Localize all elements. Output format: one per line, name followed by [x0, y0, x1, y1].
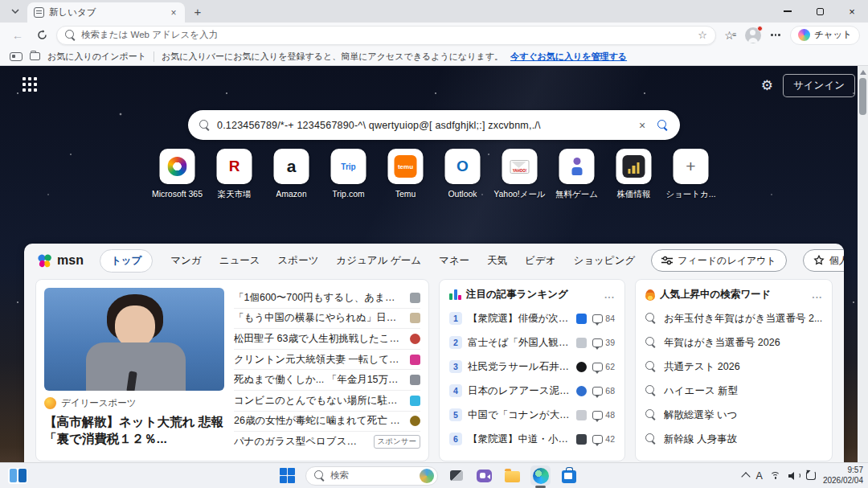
tab-video[interactable]: ビデオ	[525, 254, 555, 268]
source-favicon	[410, 375, 420, 385]
tab-sports[interactable]: スポーツ	[278, 254, 319, 268]
trending-item[interactable]: 解散総選挙 いつ	[645, 403, 822, 427]
headline-item[interactable]: 26歳の女性が毒蛇に噛まれて死亡 人...	[234, 412, 420, 433]
profile-avatar[interactable]	[745, 27, 761, 43]
minimize-button[interactable]	[772, 0, 804, 23]
tab-casual-games[interactable]: カジュアル ゲーム	[336, 254, 421, 268]
taskbar-search-box[interactable]: 検索	[305, 466, 438, 486]
trending-item[interactable]: 新幹線 人身事故	[645, 427, 822, 451]
bing-search-box[interactable]: 0.123456789/*-+ 1234567890-^\ qwertyuiop…	[188, 110, 680, 140]
ranking-title: 注目の記事ランキング	[466, 288, 568, 301]
headline-item[interactable]: クリントン元大統領夫妻 一転して議...	[234, 350, 420, 371]
headline-item[interactable]: 死ぬまで働くしか... 「年金月15万円...	[234, 370, 420, 391]
trending-item[interactable]: ハイエース 新型	[645, 379, 822, 403]
widgets-button[interactable]	[8, 468, 27, 484]
settings-menu-icon[interactable]	[766, 26, 785, 45]
refresh-button[interactable]	[32, 26, 51, 45]
windows-taskbar: 検索 A 9:57 2026/02/04	[0, 462, 868, 488]
clear-search-icon[interactable]: ×	[633, 119, 651, 132]
sidebar-icon[interactable]	[10, 52, 23, 61]
ranking-item[interactable]: 5中国で「コナンが大炎...48	[449, 403, 615, 427]
import-favorites-button[interactable]: お気に入りのインポート	[47, 51, 146, 63]
file-explorer-button[interactable]	[502, 465, 522, 486]
tab-close-icon[interactable]: ×	[167, 6, 180, 19]
store-button[interactable]	[559, 465, 579, 486]
story-headline[interactable]: 【高市解散】ネット大荒れ 悲報「裏で消費税１２％...	[44, 414, 224, 448]
scrollbar-thumb[interactable]	[859, 78, 866, 115]
close-button[interactable]: ×	[836, 0, 868, 23]
source-favicon	[410, 293, 420, 303]
more-menu-icon[interactable]: ...	[812, 289, 822, 301]
page-settings-gear-icon[interactable]: ⚙	[761, 79, 773, 92]
tab-news[interactable]: ニュース	[219, 254, 260, 268]
new-tab-button[interactable]: +	[188, 2, 207, 20]
back-button[interactable]: ←	[8, 26, 27, 45]
headline-item[interactable]: コンビニのとんでもない場所に駐め...	[234, 391, 420, 412]
tab-weather[interactable]: 天気	[487, 254, 507, 268]
feed-layout-button[interactable]: フィードのレイアウト	[651, 249, 787, 272]
edge-button-active[interactable]	[530, 465, 551, 486]
trending-item[interactable]: お年玉付き年賀はがき当選番号 2...	[645, 306, 822, 330]
headline-item[interactable]: 「1個600〜700円もするし、あまり...	[234, 288, 420, 309]
quick-link-yahoo-mail[interactable]: Yahoo!メール	[493, 149, 547, 200]
bookmark-star-icon[interactable]: ☆	[698, 29, 707, 41]
quick-link-rakuten[interactable]: R 楽天市場	[208, 149, 261, 200]
lead-story[interactable]: デイリースポーツ 【高市解散】ネット大荒れ 悲報「裏で消費税１２％...	[44, 288, 224, 453]
trending-item[interactable]: 年賀はがき当選番号 2026	[645, 330, 822, 355]
maximize-button[interactable]	[804, 0, 836, 23]
ranking-item[interactable]: 4日本のレアアース泥採...68	[449, 379, 615, 403]
headline-item[interactable]: 松田聖子 63歳で人生初挑戦したこと ...	[234, 329, 420, 350]
copilot-chat-button[interactable]: チャット	[790, 26, 860, 45]
favorites-button[interactable]: ☆≡	[721, 26, 740, 45]
headline-item-sponsored[interactable]: パナのガラス型ペロブスカイト...スポンサー	[234, 432, 420, 453]
personalize-button[interactable]: 個人用設定	[803, 249, 844, 272]
quick-link-tripcom[interactable]: Trip Trip.com	[322, 149, 375, 200]
quick-link-temu[interactable]: temu Temu	[379, 149, 432, 200]
search-query-text[interactable]: 0.123456789/*-+ 1234567890-^\ qwertyuiop…	[217, 120, 627, 131]
start-button[interactable]	[277, 465, 297, 486]
more-menu-icon[interactable]: ...	[604, 289, 615, 301]
battery-saver-icon[interactable]	[806, 471, 816, 480]
headline-item[interactable]: 「もう中国の横暴にやられぬ」日本...	[234, 309, 420, 330]
hidden-icons-chevron[interactable]	[741, 472, 750, 481]
manage-favorites-link[interactable]: 今すぐお気に入りを管理する	[510, 51, 627, 63]
chat-button[interactable]	[474, 465, 494, 486]
tab-shopping[interactable]: ショッピング	[573, 254, 635, 268]
article-ranking-card: 注目の記事ランキング ... 1【衆院選】俳優が次々...84 2富士そば「外国…	[439, 279, 625, 461]
ranking-item[interactable]: 3社民党ラサール石井副...62	[449, 355, 615, 379]
ranking-item[interactable]: 2富士そば「外国人観光...39	[449, 330, 615, 355]
address-bar[interactable]: 検索または Web アドレスを入力 ☆	[56, 26, 716, 45]
volume-icon[interactable]	[788, 472, 799, 480]
tab-money[interactable]: マネー	[439, 254, 469, 268]
quick-link-outlook[interactable]: O Outlook	[436, 149, 489, 200]
browser-tab[interactable]: 新しいタブ ×	[27, 2, 185, 23]
search-highlight-icon[interactable]	[420, 469, 434, 483]
amazon-icon: a	[287, 157, 297, 176]
tab-search-chevron-icon[interactable]	[5, 2, 26, 20]
ime-mode-indicator[interactable]: A	[756, 470, 763, 482]
search-icon	[645, 409, 657, 420]
quick-link-free-games[interactable]: 無料ゲーム	[551, 149, 604, 200]
msn-logo[interactable]: msn	[37, 253, 84, 268]
tab-manga[interactable]: マンガ	[170, 254, 201, 268]
browser-toolbar: ← 検索または Web アドレスを入力 ☆ ☆≡ チャット	[0, 23, 868, 47]
ranking-item[interactable]: 1【衆院選】俳優が次々...84	[449, 306, 615, 330]
tab-top[interactable]: トップ	[100, 249, 153, 273]
trending-item[interactable]: 共通テスト 2026	[645, 355, 822, 379]
sign-in-button[interactable]: サインイン	[783, 74, 855, 97]
scrollbar-up-arrow[interactable]	[860, 70, 866, 75]
source-favicon	[576, 314, 587, 324]
quick-link-stocks[interactable]: 株価情報	[608, 149, 661, 200]
wifi-icon[interactable]	[770, 472, 781, 480]
msn-feed-panel: msn トップ マンガ ニュース スポーツ カジュアル ゲーム マネー 天気 ビ…	[24, 244, 844, 462]
page-scrollbar[interactable]	[858, 66, 868, 462]
time-text: 9:57	[823, 465, 863, 476]
search-submit-icon[interactable]	[657, 120, 669, 131]
task-view-button[interactable]	[446, 465, 466, 486]
ranking-item[interactable]: 6【衆院選】中道・小沢...42	[449, 427, 615, 451]
apps-grid-icon[interactable]	[23, 77, 40, 95]
taskbar-clock[interactable]: 9:57 2026/02/04	[823, 465, 863, 486]
quick-link-amazon[interactable]: a Amazon	[265, 149, 318, 200]
quick-link-microsoft365[interactable]: Microsoft 365	[151, 149, 204, 200]
quick-link-add-shortcut[interactable]: + ショートカ...	[665, 149, 718, 200]
